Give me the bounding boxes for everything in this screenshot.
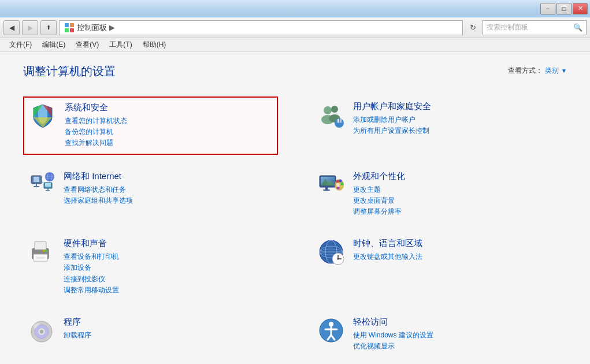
user-accounts-link-1[interactable]: 添加或删除用户帐户 <box>353 114 563 125</box>
ease-access-icon <box>317 317 345 344</box>
network-internet-text: 网络和 Internet 查看网络状态和任务 选择家庭组和共享选项 <box>64 171 273 206</box>
network-internet-link-2[interactable]: 选择家庭组和共享选项 <box>64 195 273 206</box>
hardware-sound-icon <box>28 238 55 266</box>
back-button[interactable]: ◀ <box>3 20 20 35</box>
categories-grid: 系统和安全 查看您的计算机状态 备份您的计算机 查找并解决问题 <box>23 96 567 356</box>
main-content: 调整计算机的设置 查看方式： 类别 ▼ <box>0 52 590 364</box>
hardware-sound-title[interactable]: 硬件和声音 <box>64 238 273 249</box>
system-security-title[interactable]: 系统和安全 <box>65 102 272 113</box>
user-accounts-link-2[interactable]: 为所有用户设置家长控制 <box>353 125 563 136</box>
view-mode-arrow-icon[interactable]: ▼ <box>561 68 567 74</box>
category-appearance: 外观和个性化 更改主题 更改桌面背景 调整屏幕分辨率 <box>313 166 567 222</box>
category-programs: 程序 卸载程序 <box>23 312 278 356</box>
svg-rect-30 <box>325 187 328 190</box>
svg-rect-15 <box>34 186 39 187</box>
category-hardware-sound: 硬件和声音 查看设备和打印机 添加设备 连接到投影仪 调整常用移动设置 <box>23 233 278 300</box>
menu-item-编辑[interactable]: 编辑(E) <box>38 39 70 51</box>
programs-text: 程序 卸载程序 <box>64 317 273 341</box>
hardware-sound-text: 硬件和声音 查看设备和打印机 添加设备 连接到投影仪 调整常用移动设置 <box>64 238 273 296</box>
system-security-link-1[interactable]: 查看您的计算机状态 <box>65 116 272 127</box>
svg-rect-18 <box>47 188 49 190</box>
network-internet-icon <box>28 171 55 199</box>
search-placeholder: 搜索控制面板 <box>487 23 573 32</box>
svg-point-45 <box>45 250 47 252</box>
programs-title[interactable]: 程序 <box>64 317 273 328</box>
address-box[interactable]: 控制面板 ▶ <box>59 20 463 35</box>
category-clock-language: 时钟、语言和区域 更改键盘或其他输入法 <box>313 233 567 300</box>
search-box[interactable]: 搜索控制面板 🔍 <box>483 20 587 35</box>
network-internet-link-1[interactable]: 查看网络状态和任务 <box>64 184 273 195</box>
appearance-link-3[interactable]: 调整屏幕分辨率 <box>353 206 563 217</box>
clock-language-link-1[interactable]: 更改键盘或其他输入法 <box>353 251 563 262</box>
hardware-sound-link-1[interactable]: 查看设备和打印机 <box>64 251 273 262</box>
svg-line-20 <box>42 180 44 185</box>
up-button[interactable]: ⬆ <box>40 20 57 35</box>
svg-point-35 <box>340 182 343 185</box>
svg-point-33 <box>336 180 339 183</box>
address-text: 控制面板 <box>77 23 107 33</box>
user-accounts-title[interactable]: 用户帐户和家庭安全 <box>353 101 563 112</box>
user-accounts-icon <box>317 101 345 129</box>
svg-rect-19 <box>46 190 50 191</box>
svg-point-59 <box>40 330 43 333</box>
ease-access-link-1[interactable]: 使用 Windows 建议的设置 <box>353 330 563 341</box>
svg-rect-14 <box>36 184 37 186</box>
network-internet-title[interactable]: 网络和 Internet <box>64 171 273 182</box>
view-mode-value[interactable]: 类别 <box>545 66 559 76</box>
category-ease-access: 轻松访问 使用 Windows 建议的设置 优化视频显示 <box>313 312 567 356</box>
svg-rect-17 <box>45 183 51 187</box>
system-security-link-2[interactable]: 备份您的计算机 <box>65 127 272 138</box>
svg-rect-40 <box>35 242 46 250</box>
window-controls: − □ ✕ <box>540 3 588 14</box>
appearance-link-2[interactable]: 更改桌面背景 <box>353 195 563 206</box>
hardware-sound-link-2[interactable]: 添加设备 <box>64 262 273 273</box>
address-bar: ◀ ▶ ⬆ 控制面板 ▶ ↻ 搜索控制面板 🔍 <box>0 17 590 38</box>
svg-point-38 <box>336 183 340 187</box>
svg-rect-31 <box>323 190 330 191</box>
category-user-accounts: 用户帐户和家庭安全 添加或删除用户帐户 为所有用户设置家长控制 <box>313 96 567 155</box>
system-security-text: 系统和安全 查看您的计算机状态 备份您的计算机 查找并解决问题 <box>65 102 272 149</box>
menu-item-帮助[interactable]: 帮助(H) <box>138 39 171 51</box>
category-system-security: 系统和安全 查看您的计算机状态 备份您的计算机 查找并解决问题 <box>23 96 278 155</box>
appearance-icon <box>317 171 345 199</box>
clock-language-title[interactable]: 时钟、语言和区域 <box>353 238 563 249</box>
appearance-link-1[interactable]: 更改主题 <box>353 184 563 195</box>
svg-point-46 <box>43 250 45 252</box>
clock-language-icon <box>317 238 345 266</box>
address-separator: ▶ <box>109 23 115 32</box>
menu-item-工具[interactable]: 工具(T) <box>105 39 136 51</box>
programs-link-1[interactable]: 卸载程序 <box>64 330 273 341</box>
ease-access-title[interactable]: 轻松访问 <box>353 317 563 328</box>
hardware-sound-link-3[interactable]: 连接到投影仪 <box>64 274 273 285</box>
view-mode-selector[interactable]: 查看方式： 类别 ▼ <box>508 66 567 76</box>
programs-icon <box>28 317 55 344</box>
refresh-button[interactable]: ↻ <box>465 20 480 35</box>
minimize-button[interactable]: − <box>540 3 555 14</box>
appearance-title[interactable]: 外观和个性化 <box>353 171 563 182</box>
appearance-text: 外观和个性化 更改主题 更改桌面背景 调整屏幕分辨率 <box>353 171 563 218</box>
ease-access-text: 轻松访问 使用 Windows 建议的设置 优化视频显示 <box>353 317 563 352</box>
search-icon: 🔍 <box>573 23 582 32</box>
restore-button[interactable]: □ <box>556 3 572 14</box>
control-panel-icon <box>64 23 75 33</box>
close-button[interactable]: ✕ <box>573 3 588 14</box>
clock-language-text: 时钟、语言和区域 更改键盘或其他输入法 <box>353 238 563 262</box>
category-network-internet: 网络和 Internet 查看网络状态和任务 选择家庭组和共享选项 <box>23 166 278 222</box>
svg-point-9 <box>331 106 338 113</box>
menu-item-查看[interactable]: 查看(V) <box>71 39 103 51</box>
system-security-icon <box>29 102 57 130</box>
svg-rect-2 <box>65 28 69 32</box>
svg-rect-3 <box>70 28 74 32</box>
forward-button[interactable]: ▶ <box>22 20 38 35</box>
system-security-link-3[interactable]: 查找并解决问题 <box>65 138 272 148</box>
ease-access-link-2[interactable]: 优化视频显示 <box>353 341 563 352</box>
svg-rect-1 <box>70 23 74 27</box>
svg-rect-42 <box>35 255 46 260</box>
svg-rect-0 <box>65 23 69 27</box>
view-mode-label: 查看方式： <box>508 66 543 76</box>
hardware-sound-link-4[interactable]: 调整常用移动设置 <box>64 285 273 296</box>
svg-point-7 <box>324 106 332 114</box>
menu-bar: 文件(F)编辑(E)查看(V)工具(T)帮助(H) <box>0 38 590 52</box>
menu-item-文件[interactable]: 文件(F) <box>5 39 36 51</box>
title-bar: − □ ✕ <box>0 0 590 17</box>
